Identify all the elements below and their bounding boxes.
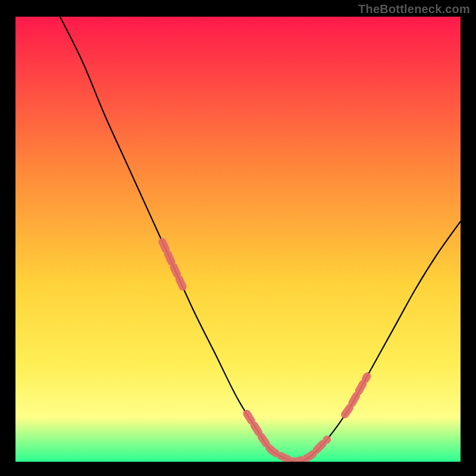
plot-area	[15, 17, 461, 462]
watermark-text: TheBottleneck.com	[358, 2, 470, 16]
chart-frame: TheBottleneck.com	[0, 0, 476, 476]
bottleneck-curve-chart	[15, 17, 461, 462]
gradient-background	[15, 17, 461, 462]
